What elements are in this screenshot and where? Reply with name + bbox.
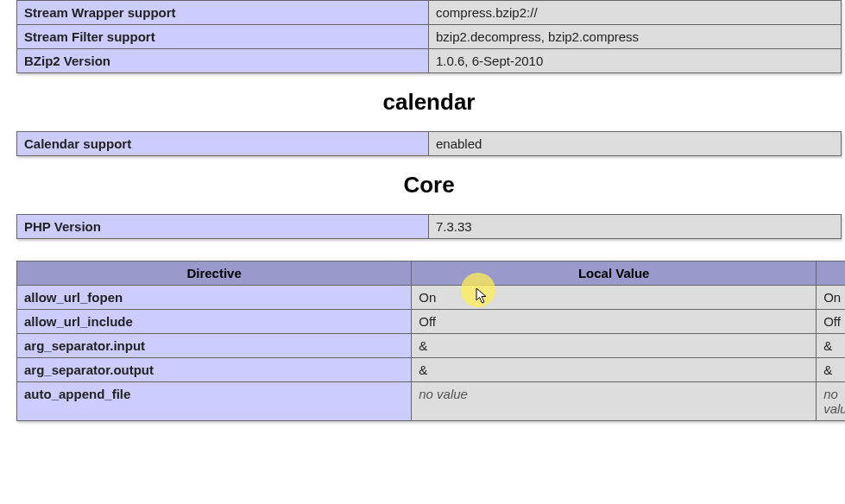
table-row: Stream Filter support bzip2.decompress, … — [17, 25, 842, 49]
info-value: compress.bzip2:// — [429, 1, 842, 25]
directive-local-value: On — [412, 286, 817, 310]
column-header-directive: Directive — [17, 261, 412, 286]
calendar-info-table: Calendar support enabled — [16, 131, 842, 156]
info-key: Stream Wrapper support — [17, 1, 429, 25]
info-key: PHP Version — [17, 215, 429, 239]
info-key: Calendar support — [17, 132, 429, 156]
directive-master-value: no value — [817, 382, 845, 421]
directive-local-value: Off — [412, 310, 817, 334]
table-row: Calendar support enabled — [17, 132, 842, 156]
directive-master-value: & — [817, 334, 845, 358]
table-row: allow_url_fopen On On — [17, 286, 846, 310]
info-value: 1.0.6, 6-Sept-2010 — [429, 49, 842, 73]
section-heading-core: Core — [16, 172, 842, 198]
bz2-info-table: Stream Wrapper support compress.bzip2://… — [16, 0, 842, 73]
table-row: allow_url_include Off Off — [17, 310, 846, 334]
directive-master-value: On — [817, 286, 845, 310]
directive-master-value: Off — [817, 310, 845, 334]
directive-name: arg_separator.output — [17, 358, 412, 382]
directive-local-value: & — [412, 334, 817, 358]
table-header-row: Directive Local Value — [17, 261, 846, 286]
section-heading-calendar: calendar — [16, 89, 842, 116]
column-header-master-value — [817, 261, 845, 286]
directive-name: allow_url_fopen — [17, 286, 412, 310]
info-value: bzip2.decompress, bzip2.compress — [429, 25, 842, 49]
table-row: PHP Version 7.3.33 — [17, 215, 842, 239]
directive-name: arg_separator.input — [17, 334, 412, 358]
table-row: Stream Wrapper support compress.bzip2:// — [17, 1, 842, 25]
directive-master-value: & — [817, 358, 845, 382]
directive-local-value: no value — [412, 382, 817, 421]
column-header-local-value: Local Value — [412, 261, 817, 286]
core-directives-table: Directive Local Value allow_url_fopen On… — [16, 261, 845, 421]
info-value: enabled — [429, 132, 842, 156]
info-key: Stream Filter support — [17, 25, 429, 49]
directive-name: allow_url_include — [17, 310, 412, 334]
directive-name: auto_append_file — [17, 382, 412, 421]
info-key: BZip2 Version — [17, 49, 429, 73]
table-row: arg_separator.output & & — [17, 358, 846, 382]
table-row: auto_append_file no value no value — [17, 382, 846, 421]
table-row: arg_separator.input & & — [17, 334, 846, 358]
directive-local-value: & — [412, 358, 817, 382]
info-value: 7.3.33 — [429, 215, 842, 239]
core-version-table: PHP Version 7.3.33 — [16, 214, 842, 239]
table-row: BZip2 Version 1.0.6, 6-Sept-2010 — [17, 49, 842, 73]
